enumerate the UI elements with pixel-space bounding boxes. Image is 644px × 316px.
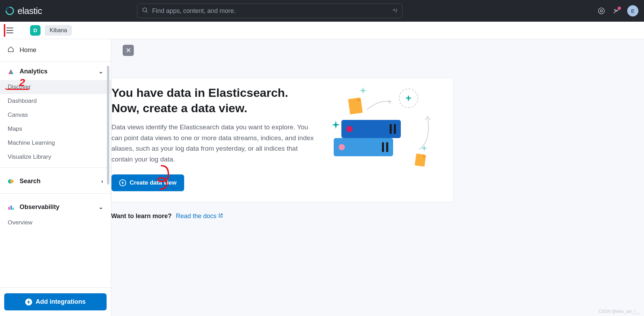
arrow-icon	[415, 113, 433, 153]
sparkle-icon	[359, 86, 367, 95]
nav-discover[interactable]: Discover 2	[0, 80, 111, 94]
elastic-logo-icon	[4, 5, 16, 17]
main-content: ✕ You have data in Elasticsearch. Now, c…	[111, 39, 644, 316]
search-input[interactable]	[152, 7, 389, 15]
nav-dashboard[interactable]: Dashboard	[0, 94, 111, 108]
create-data-view-button[interactable]: + Create data view	[111, 174, 184, 191]
observability-icon	[8, 204, 14, 210]
nav-ml[interactable]: Machine Learning	[0, 136, 111, 150]
search-icon	[142, 7, 148, 14]
nav-home[interactable]: Home	[0, 39, 111, 62]
document-icon	[348, 98, 363, 115]
svg-rect-8	[8, 207, 10, 210]
plus-target-icon: +	[399, 88, 418, 108]
chevron-down-icon: ⌄	[99, 204, 103, 210]
space-badge[interactable]: D	[30, 25, 41, 36]
sparkle-icon	[331, 120, 339, 128]
arrow-icon	[365, 98, 393, 113]
learn-more-label: Want to learn more?	[111, 213, 172, 220]
breadcrumb-app[interactable]: Kibana	[45, 25, 72, 36]
global-header: elastic ^/ E	[0, 0, 644, 22]
avatar-letter: E	[631, 8, 635, 14]
close-flyout-button[interactable]: ✕	[123, 45, 134, 56]
section-analytics[interactable]: Analytics ⌄	[0, 62, 111, 80]
side-nav: Home Analytics ⌄ Discover 2 Dashboard Ca…	[0, 39, 111, 316]
watermark: CSDN @who_am_i__	[599, 309, 640, 314]
nav-canvas[interactable]: Canvas	[0, 108, 111, 122]
svg-rect-10	[13, 208, 14, 210]
add-integrations-button[interactable]: + Add integrations	[4, 293, 107, 310]
svg-point-3	[600, 10, 602, 12]
global-search[interactable]: ^/	[137, 3, 403, 18]
svg-point-0	[143, 8, 147, 12]
user-avatar[interactable]: E	[627, 5, 638, 16]
annotation-number-3	[156, 164, 174, 192]
notification-dot	[618, 7, 621, 10]
docs-link[interactable]: Read the docs	[176, 213, 223, 220]
chevron-right-icon: ›	[101, 178, 103, 185]
svg-rect-9	[10, 206, 12, 210]
plus-icon: +	[25, 299, 32, 306]
section-search[interactable]: Search ›	[0, 171, 111, 190]
svg-marker-5	[11, 69, 13, 74]
document-icon	[415, 153, 426, 167]
chevron-down-icon: ⌄	[99, 68, 103, 75]
search-section-icon	[8, 178, 14, 185]
plus-outline-icon: +	[119, 179, 126, 186]
learn-more-row: Want to learn more? Read the docs	[111, 213, 636, 220]
scrollbar[interactable]	[107, 66, 109, 185]
elastic-logo-text: elastic	[17, 6, 42, 16]
nav-home-label: Home	[20, 46, 36, 54]
card-description: Data views identify the Elasticsearch da…	[111, 122, 320, 165]
illustration: +	[334, 85, 432, 169]
external-link-icon	[218, 213, 223, 219]
home-icon	[8, 46, 14, 54]
keyboard-hint: ^/	[393, 8, 397, 14]
svg-point-7	[10, 180, 14, 183]
database-block-icon	[341, 120, 401, 138]
database-block-icon	[334, 138, 393, 156]
nav-visualize[interactable]: Visualize Library	[0, 150, 111, 164]
analytics-icon	[8, 69, 14, 75]
news-icon[interactable]	[613, 7, 620, 14]
elastic-logo[interactable]: elastic	[6, 6, 42, 16]
card-title: You have data in Elasticsearch. Now, cre…	[111, 85, 320, 116]
sub-header: D Kibana	[0, 22, 644, 39]
svg-line-1	[146, 11, 147, 13]
section-observability[interactable]: Observability ⌄	[0, 197, 111, 216]
nav-maps[interactable]: Maps	[0, 122, 111, 136]
nav-overview[interactable]: Overview	[0, 216, 111, 230]
nav-toggle-button[interactable]	[5, 26, 15, 35]
annotation-marker-1	[4, 24, 5, 37]
space-letter: D	[34, 27, 37, 33]
empty-state-card: You have data in Elasticsearch. Now, cre…	[111, 78, 454, 202]
help-icon[interactable]	[598, 7, 605, 14]
svg-point-2	[599, 8, 605, 14]
